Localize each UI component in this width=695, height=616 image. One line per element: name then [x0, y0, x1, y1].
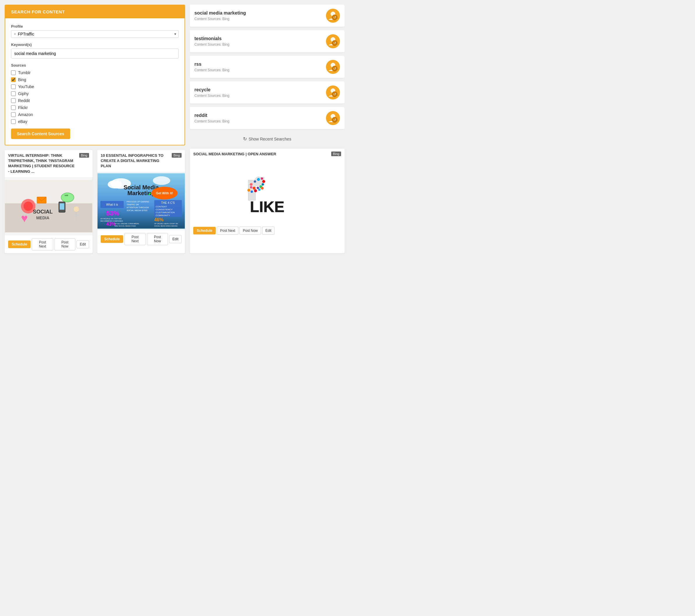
result-card-3-header: SOCIAL MEDIA MARKETING | OPEN ANSWER Bin… [190, 148, 344, 160]
svg-text:THE 4 C'S: THE 4 C'S [161, 201, 175, 205]
result-card-3: SOCIAL MEDIA MARKETING | OPEN ANSWER Bin… [190, 148, 344, 253]
result-card-3-edit-button[interactable]: Edit [262, 227, 275, 235]
svg-text:↺: ↺ [333, 118, 336, 122]
source-flickr[interactable]: Flickr [11, 105, 179, 110]
svg-text:MEDIA: MEDIA [36, 215, 49, 220]
result-card-3-post-now-button[interactable]: Post Now [239, 227, 261, 235]
search-item-1-info: social media marketing Content Sources: … [194, 11, 326, 21]
search-item-4: recycle Content Sources: Bing ↺ [190, 82, 344, 104]
svg-text:talk: talk [65, 194, 68, 197]
keywords-input[interactable] [11, 49, 179, 58]
svg-text:OF ALL ONLINE CONSUMERS: OF ALL ONLINE CONSUMERS [114, 223, 139, 225]
svg-text:↺: ↺ [333, 92, 336, 96]
svg-text:♥: ♥ [21, 212, 28, 225]
search-item-2-title: testimonials [194, 36, 326, 41]
profile-clear-button[interactable]: × [14, 32, 16, 36]
source-tumblr[interactable]: Tumblr [11, 70, 179, 75]
search-item-5: reddit Content Sources: Bing ↺ [190, 107, 344, 129]
profile-select[interactable]: FPTraffic [18, 32, 174, 36]
search-panel-title: SEARCH FOR CONTENT [11, 9, 65, 14]
result-card-2-title: 10 ESSENTIAL INFOGRAPHICS TO CREATE A DI… [101, 153, 172, 169]
svg-text:↺: ↺ [333, 67, 336, 71]
result-card-3-schedule-button[interactable]: Schedule [193, 227, 216, 234]
search-item-4-title: recycle [194, 87, 326, 92]
source-flickr-label: Flickr [18, 105, 28, 110]
svg-point-18 [153, 176, 170, 185]
search-item-3-title: rss [194, 61, 326, 67]
source-reddit-checkbox[interactable] [11, 98, 16, 103]
svg-text:46%: 46% [154, 217, 164, 222]
search-content-sources-button[interactable]: Search Content Sources [11, 128, 70, 139]
source-amazon[interactable]: Amazon [11, 112, 179, 117]
source-bing[interactable]: Bing [11, 77, 179, 82]
search-item-3: rss Content Sources: Bing ↺ [190, 56, 344, 78]
source-giphy[interactable]: Giphy [11, 91, 179, 96]
source-tumblr-checkbox[interactable] [11, 70, 16, 75]
source-amazon-checkbox[interactable] [11, 112, 16, 117]
result-card-2-post-now-button[interactable]: Post Now [147, 233, 168, 245]
svg-point-77 [250, 186, 252, 189]
source-amazon-label: Amazon [18, 112, 33, 117]
search-panel: SEARCH FOR CONTENT Profile × FPTraffic ▾… [5, 5, 185, 145]
source-bing-checkbox[interactable] [11, 77, 16, 82]
results-row: VIRTUAL INTERNSHIP: THINK TRIPRETHINK, T… [5, 150, 185, 253]
result-card-1-post-next-button[interactable]: Post Next [32, 238, 53, 250]
search-item-5-avatar: ↺ [326, 111, 340, 125]
source-ebay[interactable]: eBay [11, 119, 179, 124]
show-recent-searches-button[interactable]: ↻ Show Recent Searches [190, 133, 344, 145]
svg-point-71 [261, 177, 263, 180]
svg-point-81 [248, 189, 250, 192]
keywords-label: Keyword(s) [11, 42, 179, 47]
profile-select-wrapper[interactable]: × FPTraffic ▾ [11, 30, 179, 38]
result-card-3-post-next-button[interactable]: Post Next [217, 227, 238, 235]
source-giphy-checkbox[interactable] [11, 91, 16, 96]
result-card-3-title: SOCIAL MEDIA MARKETING | OPEN ANSWER [193, 152, 331, 157]
sources-list: Tumblr Bing YouTube Giphy [11, 70, 179, 124]
result-card-2-schedule-button[interactable]: Schedule [101, 235, 123, 243]
result-card-1-schedule-button[interactable]: Schedule [8, 241, 31, 248]
source-flickr-checkbox[interactable] [11, 105, 16, 110]
result-card-3-badge: Bing [331, 152, 341, 156]
svg-point-73 [261, 183, 264, 186]
recent-searches-icon: ↻ [243, 136, 247, 142]
sources-label: Sources [11, 63, 179, 68]
search-item-1-title: social media marketing [194, 11, 326, 16]
search-item-4-info: recycle Content Sources: Bing [194, 87, 326, 98]
svg-text:Marketing: Marketing [128, 190, 155, 196]
source-youtube[interactable]: YouTube [11, 84, 179, 89]
result-card-2-post-next-button[interactable]: Post Next [124, 233, 146, 245]
source-reddit[interactable]: Reddit [11, 98, 179, 103]
source-youtube-checkbox[interactable] [11, 84, 16, 89]
result-card-1-edit-button[interactable]: Edit [77, 240, 89, 248]
source-ebay-checkbox[interactable] [11, 119, 16, 124]
search-panel-header: SEARCH FOR CONTENT [5, 5, 185, 18]
svg-text:TRAFFIC OR: TRAFFIC OR [126, 204, 139, 206]
svg-point-72 [262, 180, 265, 183]
search-item-1-avatar: ↺ [326, 9, 340, 23]
svg-point-12 [73, 206, 79, 212]
result-card-2-edit-button[interactable]: Edit [169, 235, 182, 243]
result-card-2-actions: Schedule Post Next Post Now Edit [97, 230, 185, 248]
svg-text:↺: ↺ [333, 15, 336, 19]
svg-text:CONSISTENCY: CONSISTENCY [156, 208, 173, 211]
svg-point-84 [258, 189, 260, 191]
profile-dropdown-arrow: ▾ [174, 32, 176, 36]
result-card-3-image: LIKE BLOG SMS [190, 160, 344, 224]
search-item-5-info: reddit Content Sources: Bing [194, 113, 326, 123]
svg-text:SOCIAL MEDIA SITES: SOCIAL MEDIA SITES [126, 209, 148, 211]
svg-text:OF PEOPLE ON TWITTER: OF PEOPLE ON TWITTER [100, 218, 122, 219]
profile-group: Profile × FPTraffic ▾ [11, 24, 179, 38]
svg-point-85 [261, 187, 264, 190]
source-reddit-label: Reddit [18, 98, 30, 103]
result-card-3-actions: Schedule Post Next Post Now Edit [190, 224, 344, 237]
svg-text:ATTENTION THROUGH: ATTENTION THROUGH [126, 207, 149, 209]
svg-text:SMS: SMS [252, 179, 255, 181]
result-card-1-post-now-button[interactable]: Post Now [54, 238, 76, 250]
search-item-3-avatar: ↺ [326, 60, 340, 74]
source-giphy-label: Giphy [18, 91, 29, 96]
svg-text:ARE SOCIAL MEDIA FANS: ARE SOCIAL MEDIA FANS [114, 225, 136, 227]
result-card-1-image: ♥ SOCIAL MEDIA talk [5, 177, 92, 235]
search-item-4-source: Content Sources: Bing [194, 94, 326, 98]
source-youtube-label: YouTube [18, 84, 34, 89]
svg-text:BLOG: BLOG [248, 182, 251, 184]
